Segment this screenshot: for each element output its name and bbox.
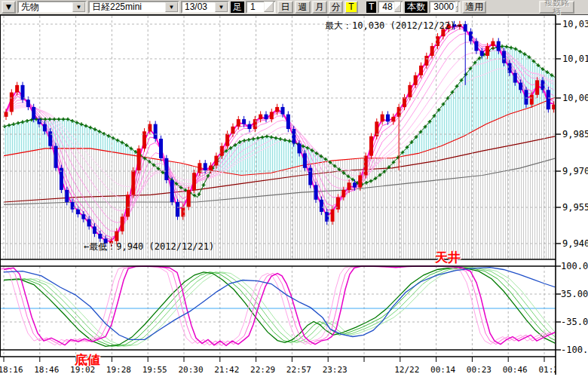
candle-body bbox=[485, 46, 489, 56]
candle-body bbox=[176, 202, 179, 216]
time-axis-label: 01:25 bbox=[538, 365, 563, 375]
time-axis-label: 00:14 bbox=[430, 365, 455, 375]
candle-body bbox=[181, 207, 185, 217]
candle-body bbox=[530, 95, 534, 105]
candle-body bbox=[115, 231, 118, 241]
candle-body bbox=[414, 75, 418, 85]
price-axis-label: 9,940 bbox=[562, 238, 588, 249]
max-price-annotation: 最大：10,030 (2012/12/22)→ bbox=[325, 20, 461, 32]
candle-body bbox=[281, 107, 285, 115]
candle-body bbox=[358, 175, 362, 187]
candle-body bbox=[535, 80, 539, 94]
candle-body bbox=[164, 158, 168, 180]
candle-body bbox=[54, 146, 58, 168]
osc-pink-line bbox=[0, 266, 546, 345]
price-axis-label: 10,015 bbox=[562, 54, 588, 64]
time-axis-label: 00:46 bbox=[503, 365, 528, 375]
candle-body bbox=[308, 168, 312, 185]
candle-body bbox=[220, 146, 224, 156]
bottom-annotation: 底値 bbox=[75, 351, 100, 369]
candle-body bbox=[231, 127, 234, 134]
candle-body bbox=[264, 115, 268, 119]
candle-body bbox=[15, 85, 19, 93]
candle-body bbox=[259, 115, 262, 119]
candle-body bbox=[314, 185, 318, 199]
candle-body bbox=[137, 149, 141, 170]
time-axis-label: 23:23 bbox=[323, 365, 348, 375]
axis-labels: 10,03010,01510,0009,9859,9709,9559,94010… bbox=[556, 19, 588, 355]
candle-body bbox=[298, 143, 302, 153]
candle-body bbox=[275, 107, 279, 112]
candle-body bbox=[408, 85, 412, 97]
min-price-annotation: ←最低：9,940 (2012/12/21) bbox=[84, 241, 214, 253]
candle-body bbox=[43, 124, 47, 132]
candle-body bbox=[430, 46, 434, 56]
time-axis-label: 19:28 bbox=[106, 365, 131, 375]
time-axis-label: 22:57 bbox=[286, 365, 311, 375]
candle-body bbox=[391, 117, 395, 121]
osc-axis-label: -100.00 bbox=[561, 345, 588, 355]
price-axis-label: 9,985 bbox=[562, 129, 588, 139]
candlestick-chart-svg[interactable]: 10,03010,01510,0009,9859,9709,9559,94010… bbox=[0, 0, 588, 377]
candle-body bbox=[424, 56, 428, 66]
candle-body bbox=[303, 153, 307, 167]
candle-body bbox=[225, 134, 229, 146]
candle-body bbox=[76, 210, 80, 214]
candle-body bbox=[369, 136, 373, 156]
time-axis-label: 00:23 bbox=[467, 365, 492, 375]
candle-body bbox=[204, 163, 207, 170]
price-axis-label: 9,955 bbox=[562, 202, 588, 213]
time-axis-label: 20:30 bbox=[178, 365, 203, 375]
candle-body bbox=[214, 156, 218, 166]
candle-body bbox=[292, 129, 296, 143]
candle-body bbox=[474, 41, 478, 51]
oscillator-pane bbox=[0, 266, 574, 346]
time-axis-label: 12/22 bbox=[394, 365, 419, 375]
candle-body bbox=[353, 182, 357, 187]
candle-body bbox=[237, 119, 240, 127]
candle-body bbox=[48, 131, 52, 146]
candle-body bbox=[81, 214, 85, 219]
candle-body bbox=[131, 170, 135, 195]
candle-body bbox=[381, 115, 384, 122]
candle-body bbox=[5, 112, 8, 116]
candle-body bbox=[26, 100, 30, 107]
candle-body bbox=[320, 200, 323, 212]
candle-body bbox=[65, 190, 69, 202]
candle-body bbox=[242, 119, 246, 124]
time-axis-label: 18:46 bbox=[34, 365, 59, 375]
candle-body bbox=[502, 51, 506, 63]
candle-body bbox=[270, 112, 274, 119]
candle-body bbox=[121, 216, 124, 231]
ceiling-annotation: 天井 bbox=[435, 249, 461, 266]
time-axis-label: 22:29 bbox=[250, 365, 275, 375]
osc-axis-label: 100.00 bbox=[561, 261, 588, 271]
candle-body bbox=[341, 190, 345, 198]
candle-body bbox=[154, 124, 158, 139]
time-axis-label: 21:42 bbox=[214, 365, 239, 375]
candle-body bbox=[187, 190, 191, 207]
candle-body bbox=[497, 41, 501, 51]
chart-application: ▼ 先物 ▼ 日経225mini ▼ 13/03 ▼ 足 1 日 週 月 分 T… bbox=[0, 0, 588, 377]
candle-body bbox=[464, 24, 467, 32]
price-axis-label: 10,000 bbox=[562, 93, 588, 103]
candle-body bbox=[192, 173, 196, 190]
candle-body bbox=[491, 41, 495, 46]
candle-body bbox=[403, 97, 406, 107]
time-axis-label: 18:16 bbox=[0, 365, 23, 375]
candle-body bbox=[98, 234, 102, 238]
candle-body bbox=[480, 51, 484, 56]
candle-body bbox=[547, 90, 550, 109]
candle-body bbox=[170, 180, 174, 202]
candle-body bbox=[38, 119, 41, 124]
candle-body bbox=[148, 124, 152, 132]
chart-area[interactable]: 10,03010,01510,0009,9859,9709,9559,94010… bbox=[0, 0, 588, 377]
candle-body bbox=[519, 83, 522, 90]
osc-axis-label: 35.00 bbox=[561, 289, 588, 299]
candle-body bbox=[419, 66, 423, 75]
main-pane bbox=[3, 21, 556, 259]
candle-body bbox=[87, 219, 91, 227]
candle-body bbox=[93, 226, 96, 234]
osc-axis-label: -35.00 bbox=[561, 317, 588, 327]
candle-body bbox=[386, 115, 390, 122]
